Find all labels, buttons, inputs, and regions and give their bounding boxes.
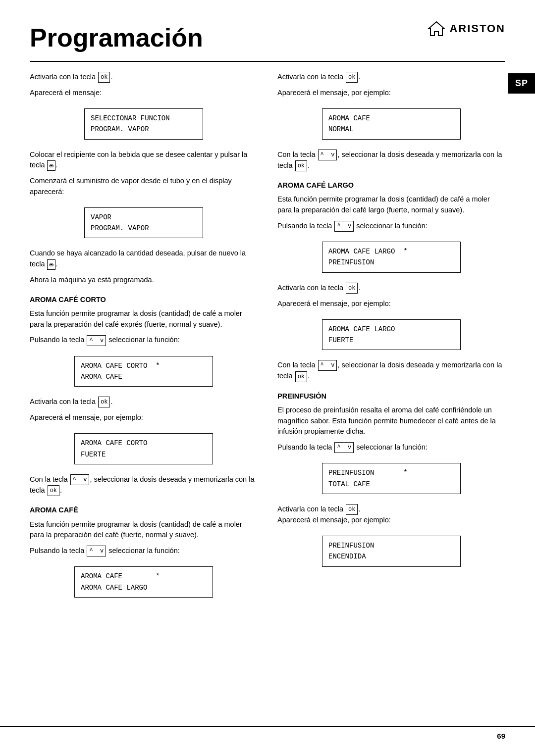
lcd-largo-example-wrapper: AROMA CAFE LARGOFUERTE [277,314,505,355]
lcd-corto-function: AROMA CAFE CORTO *AROMA CAFE [74,356,213,387]
lcd-corto-example-wrapper: AROMA CAFE CORTOFUERTE [30,428,258,469]
preinfusion-pulsando: Pulsando la tecla ^ v seleccionar la fun… [277,442,505,453]
left-column: Activarla con la tecla ok. Aparecerá el … [30,72,258,607]
left-para-colocar: Colocar el recipiente con la bebida que … [30,150,258,171]
up-down-key-corto: ^ v [87,335,106,346]
largo-aparecera: Aparecerá el mensaje, por ejemplo: [277,299,505,309]
lcd-largo-function: AROMA CAFE LARGO *PREINFUSION [322,242,461,273]
up-down-key-prein: ^ v [334,442,354,453]
house-icon [428,20,445,38]
right-column: Activarla con la tecla ok. Aparecerá el … [277,72,505,607]
lcd-seleccionar: SELECCIONAR FUNCIONPROGRAM. VAPOR [84,108,203,140]
section-title-corto: AROMA CAFÉ CORTO [30,295,258,304]
lcd-cafe-function: AROMA CAFE *AROMA CAFE LARGO [74,566,213,598]
left-intro-1: Activarla con la tecla ok. [30,72,258,83]
brand-name: ARISTON [449,21,505,37]
lcd-prein-example: PREINFUSIONENCENDIDA [322,536,461,567]
lcd-vapor-wrapper: VAPORPROGRAM. VAPOR [30,202,258,244]
lcd-normal-wrapper: AROMA CAFENORMAL [277,103,505,145]
brand-logo: ARISTON [428,20,505,38]
section-title-cafe: AROMA CAFÉ [30,505,258,515]
ok-key-corto: ok [98,397,110,407]
corto-para1: Esta función permite programar la dosis … [30,308,258,330]
ok-key-corto2: ok [48,485,59,496]
largo-para1: Esta función permite programar la dosis … [277,194,505,216]
lcd-prein-function: PREINFUSION *TOTAL CAFE [322,463,461,494]
steam-key-icon: ⛂ [47,160,55,171]
lcd-corto-example: AROMA CAFE CORTOFUERTE [74,433,213,464]
corto-activarla: Activarla con la tecla ok. [30,397,258,407]
up-down-key-largo: ^ v [334,221,354,232]
largo-activarla: Activarla con la tecla ok. [277,283,505,294]
section-title-largo: AROMA CAFÉ LARGO [277,180,505,190]
section-title-preinfusion: PREINFUSIÓN [277,391,505,401]
ok-key-1: ok [98,72,110,83]
preinfusion-para1: El proceso de preinfusión resalta el aro… [277,405,505,437]
largo-pulsando: Pulsando la tecla ^ v seleccionar la fun… [277,221,505,232]
cafe-pulsando: Pulsando la tecla ^ v seleccionar la fun… [30,546,258,556]
up-down-key-corto2: ^ v [70,474,90,485]
ok-key-right1: ok [346,72,358,83]
ok-key-largo: ok [346,283,358,294]
footer: 69 [0,726,535,741]
up-down-key-right: ^ v [318,150,337,160]
left-para-programada: Ahora la máquina ya está programada. [30,275,258,286]
lcd-prein-function-wrapper: PREINFUSION *TOTAL CAFE [277,458,505,499]
prein-activarla: Activarla con la tecla ok.Aparecerá el m… [277,504,505,526]
lcd-normal: AROMA CAFENORMAL [322,108,461,140]
left-intro-2: Aparecerá el mensaje: [30,88,258,99]
page-number: 69 [497,731,505,741]
lcd-seleccionar-wrapper: SELECCIONAR FUNCIONPROGRAM. VAPOR [30,103,258,145]
lcd-corto-function-wrapper: AROMA CAFE CORTO *AROMA CAFE [30,351,258,392]
right-intro-2: Aparecerá el mensaje, por ejemplo: [277,88,505,99]
page-title: Programación [30,20,203,56]
content-columns: Activarla con la tecla ok. Aparecerá el … [30,72,505,607]
lcd-vapor: VAPORPROGRAM. VAPOR [84,207,203,239]
lcd-cafe-function-wrapper: AROMA CAFE *AROMA CAFE LARGO [30,561,258,603]
lcd-largo-function-wrapper: AROMA CAFE LARGO *PREINFUSION [277,237,505,278]
cafe-para1: Esta función permite programar la dosis … [30,519,258,541]
right-con-tecla: Con la tecla ^ v, seleccionar la dosis d… [277,150,505,171]
ok-key-right2: ok [295,160,307,171]
left-para-cantidad: Cuando se haya alcanzado la cantidad des… [30,248,258,270]
page-header: Programación ARISTON [30,20,505,62]
ok-key-prein: ok [346,504,358,515]
largo-con-tecla: Con la tecla ^ v, seleccionar la dosis d… [277,360,505,382]
corto-pulsando: Pulsando la tecla ^ v seleccionar la fun… [30,335,258,346]
corto-aparecera: Aparecerá el mensaje, por ejemplo: [30,412,258,423]
up-down-key-largo2: ^ v [318,360,337,371]
sp-tab: SP [508,73,535,94]
left-para-vapor-start: Comenzará el suministro de vapor desde e… [30,176,258,198]
up-down-key-cafe: ^ v [87,546,106,556]
lcd-largo-example: AROMA CAFE LARGOFUERTE [322,319,461,351]
lcd-prein-example-wrapper: PREINFUSIONENCENDIDA [277,531,505,572]
ok-key-largo2: ok [295,371,307,382]
steam-key-icon-2: ⛂ [47,259,55,270]
right-intro-1: Activarla con la tecla ok. [277,72,505,83]
corto-con-tecla: Con la tecla ^ v, seleccionar la dosis d… [30,474,258,496]
